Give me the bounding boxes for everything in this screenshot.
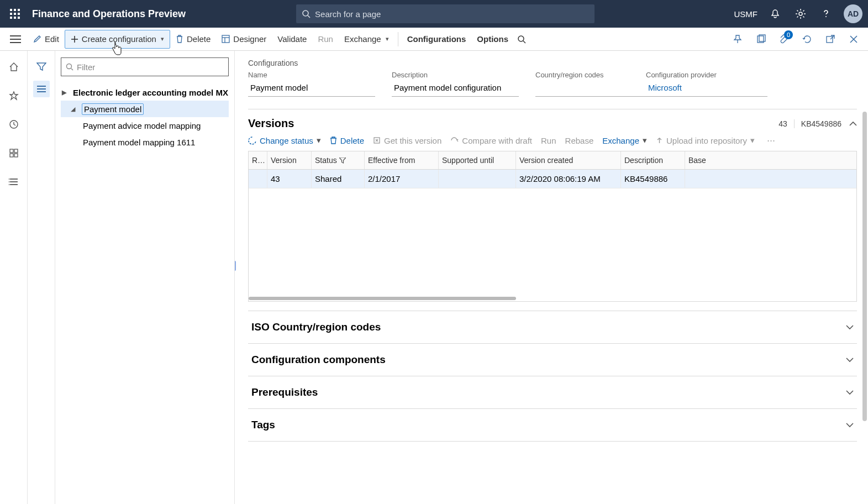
search-icon: [66, 63, 73, 71]
version-exchange-button[interactable]: Exchange ▾: [602, 135, 647, 145]
app-launcher-icon[interactable]: [6, 9, 24, 19]
col-status[interactable]: Status: [312, 151, 365, 169]
svg-point-38: [9, 184, 9, 185]
col-supported[interactable]: Supported until: [439, 151, 516, 169]
tree-item-root[interactable]: ▶ Electronic ledger accounting model MX: [61, 84, 229, 101]
tree-item-payment-model[interactable]: ◢ Payment model: [61, 101, 229, 117]
version-exchange-label: Exchange: [602, 136, 639, 145]
col-r[interactable]: R…: [249, 151, 267, 169]
list-icon[interactable]: [33, 81, 50, 97]
tree-item-mapping-1611[interactable]: Payment model mapping 1611: [61, 134, 229, 150]
pin-icon[interactable]: [728, 29, 748, 49]
exchange-button[interactable]: Exchange ▾: [339, 30, 394, 49]
col-base[interactable]: Base: [685, 151, 762, 169]
get-version-button: Get this version: [373, 136, 441, 145]
attachment-icon[interactable]: 0: [774, 29, 794, 49]
validate-button[interactable]: Validate: [272, 30, 312, 49]
nav-toggle-icon[interactable]: [3, 35, 28, 43]
svg-point-37: [9, 181, 9, 182]
col-version[interactable]: Version: [267, 151, 312, 169]
app-title: Finance and Operations Preview: [32, 8, 186, 20]
panel-mode-rail: [28, 51, 55, 504]
settings-icon[interactable]: [793, 6, 808, 22]
chevron-down-icon: [846, 390, 854, 395]
run-button: Run: [312, 30, 339, 49]
options-label: Options: [477, 34, 508, 44]
rebase-label: Rebase: [565, 136, 594, 145]
help-icon[interactable]: [818, 6, 834, 22]
options-tab[interactable]: Options: [471, 30, 514, 49]
configurations-label: Configurations: [407, 34, 466, 44]
grid-h-scrollbar[interactable]: [249, 296, 856, 301]
scrollbar-thumb[interactable]: [249, 297, 516, 300]
accordion-prerequisites[interactable]: Prerequisites: [248, 376, 857, 409]
home-icon[interactable]: [6, 59, 22, 75]
delete-button[interactable]: Delete: [170, 30, 216, 49]
version-delete-label: Delete: [340, 136, 364, 145]
svg-rect-4: [14, 13, 16, 15]
user-avatar[interactable]: AD: [844, 4, 862, 23]
change-status-button[interactable]: Change status ▾: [248, 135, 321, 145]
name-value[interactable]: Payment model: [248, 81, 375, 97]
upload-repo-label: Upload into repository: [666, 136, 747, 145]
recent-icon[interactable]: [6, 116, 22, 133]
workspaces-icon[interactable]: [6, 145, 22, 161]
pencil-icon: [33, 35, 41, 43]
company-label[interactable]: USMF: [734, 9, 758, 19]
grid-body[interactable]: 43 Shared 2/1/2017 3/2/2020 08:06:19 AM …: [249, 170, 856, 296]
svg-rect-30: [14, 149, 18, 153]
version-delete-button[interactable]: Delete: [330, 136, 364, 145]
splitter-handle[interactable]: [235, 261, 236, 271]
close-icon[interactable]: [844, 29, 864, 49]
country-value[interactable]: [535, 81, 646, 97]
versions-kb: KB4549886: [801, 119, 841, 128]
svg-line-22: [523, 41, 525, 43]
tree-filter[interactable]: [61, 57, 229, 76]
cell-base: [685, 170, 762, 188]
search-command[interactable]: [514, 30, 529, 49]
popout-icon[interactable]: [820, 29, 840, 49]
global-search[interactable]: [296, 4, 595, 23]
grid-row[interactable]: 43 Shared 2/1/2017 3/2/2020 08:06:19 AM …: [249, 170, 856, 188]
scrollbar-thumb[interactable]: [862, 112, 867, 421]
open-new-icon[interactable]: [751, 29, 771, 49]
acc-iso-title: ISO Country/region codes: [251, 321, 846, 333]
col-status-label: Status: [315, 156, 337, 165]
favorite-icon[interactable]: [6, 87, 22, 104]
overflow-button[interactable]: ⋯: [764, 135, 775, 145]
svg-point-12: [825, 16, 827, 17]
tree-filter-input[interactable]: [77, 62, 224, 72]
filter-icon[interactable]: [33, 59, 50, 75]
collapse-icon[interactable]: [849, 121, 857, 127]
cell-version: 43: [267, 170, 312, 188]
svg-rect-2: [18, 9, 20, 11]
designer-button[interactable]: Designer: [216, 30, 272, 49]
run-label: Run: [318, 34, 333, 44]
config-tree-panel: ▶ Electronic ledger accounting model MX …: [55, 51, 235, 504]
accordion-tags[interactable]: Tags: [248, 409, 857, 442]
col-description[interactable]: Description: [621, 151, 685, 169]
modules-icon[interactable]: [6, 174, 22, 190]
col-effective[interactable]: Effective from: [365, 151, 439, 169]
accordion-components[interactable]: Configuration components: [248, 344, 857, 376]
svg-rect-25: [827, 36, 833, 43]
edit-button[interactable]: Edit: [28, 30, 65, 49]
description-value[interactable]: Payment model configuration: [392, 81, 519, 97]
upload-repo-button: Upload into repository ▾: [656, 135, 755, 145]
create-configuration-button[interactable]: Create configuration ▾: [65, 30, 170, 49]
compare-draft-button: Compare with draft: [450, 136, 532, 145]
chevron-down-icon: [846, 422, 854, 428]
refresh-icon[interactable]: [797, 29, 817, 49]
svg-point-21: [518, 36, 524, 41]
tree-item-advice-mapping[interactable]: Payment advice model mapping: [61, 117, 229, 134]
configurations-tab[interactable]: Configurations: [402, 30, 472, 49]
cell-status: Shared: [312, 170, 365, 188]
accordion-iso[interactable]: ISO Country/region codes: [248, 311, 857, 344]
svg-rect-29: [10, 149, 13, 153]
col-created[interactable]: Version created: [516, 151, 621, 169]
provider-value[interactable]: Microsoft: [646, 81, 767, 97]
detail-v-scrollbar[interactable]: [862, 112, 867, 454]
designer-icon: [222, 35, 230, 43]
global-search-input[interactable]: [315, 9, 589, 19]
notifications-icon[interactable]: [767, 6, 783, 22]
